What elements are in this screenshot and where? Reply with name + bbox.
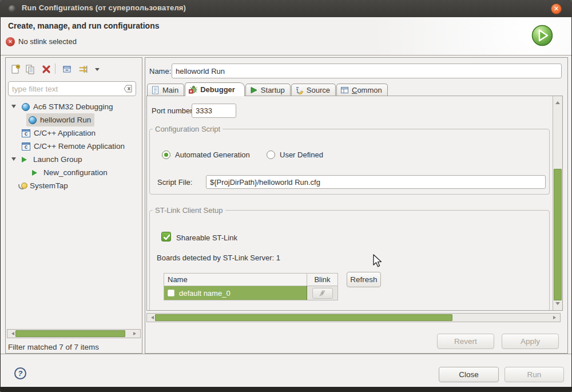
help-icon[interactable]: ? — [14, 367, 26, 379]
content-vertical-scrollbar[interactable] — [553, 96, 562, 310]
refresh-button[interactable]: Refresh — [347, 272, 381, 287]
tree-item-cpp-remote-application[interactable]: C/C++ Remote Application — [6, 140, 142, 153]
shareable-stlink-label[interactable]: Shareable ST-Link — [176, 233, 237, 242]
source-tab-icon — [295, 86, 304, 94]
c-application-icon — [22, 129, 30, 137]
error-message: No stlink selected — [18, 37, 77, 46]
error-icon — [6, 37, 15, 46]
stlink-client-setup-group: ST-Link Client Setup Shareable ST-Link B… — [149, 206, 550, 311]
tab-label: Common — [352, 86, 382, 94]
delete-configuration-icon[interactable] — [41, 64, 51, 74]
boards-detected-label: Boards detected by ST-Link Server: 1 — [157, 254, 280, 262]
close-button[interactable]: Close — [439, 367, 499, 382]
automated-generation-radio[interactable] — [162, 151, 170, 159]
expander-icon[interactable] — [11, 105, 16, 110]
run-button[interactable]: Run — [505, 367, 564, 382]
tab-label: Debugger — [200, 85, 235, 94]
dialog-body: Create, manage, and run configurations N… — [1, 17, 571, 387]
tab-common[interactable]: Common — [336, 84, 388, 96]
tab-startup[interactable]: Startup — [245, 84, 291, 96]
expander-icon[interactable] — [11, 157, 16, 163]
run-configuration-icon — [531, 25, 553, 46]
sidebar-horizontal-scrollbar[interactable] — [7, 329, 141, 338]
blink-button[interactable] — [312, 288, 333, 299]
mouse-cursor — [372, 254, 384, 268]
tab-label: Startup — [261, 86, 285, 94]
main-tab-icon — [151, 86, 160, 94]
tab-main[interactable]: Main — [147, 84, 184, 96]
tab-bar: Main Debugger Startup — [147, 82, 388, 96]
filter-launch-configurations-icon[interactable] — [78, 64, 88, 74]
tree-item-launch-group[interactable]: Launch Group — [6, 153, 142, 166]
sidebar-toolbar — [6, 58, 142, 80]
configuration-script-legend: Configuration Script — [153, 125, 223, 133]
tree-item-label: New_configuration — [43, 168, 108, 177]
user-defined-radio[interactable] — [267, 151, 275, 159]
window-close-button[interactable]: ✕ — [551, 3, 562, 14]
startup-tab-icon — [249, 86, 258, 94]
tab-source[interactable]: Source — [291, 84, 336, 96]
filter-input[interactable] — [12, 82, 121, 95]
error-message-row: No stlink selected — [6, 36, 77, 46]
scroll-up-icon[interactable] — [555, 99, 560, 104]
column-header-name[interactable]: Name — [164, 274, 307, 286]
scroll-right-icon[interactable] — [553, 316, 558, 319]
scroll-left-icon[interactable] — [149, 316, 154, 319]
tree-item-label: helloworld Run — [40, 116, 91, 124]
tree-item-helloworld-run[interactable]: helloworld Run — [6, 113, 142, 126]
stm32-debugging-icon — [22, 103, 30, 111]
automated-generation-label[interactable]: Automated Generation — [175, 151, 250, 159]
tree-item-label: SystemTap — [30, 181, 68, 190]
new-configuration-icon[interactable] — [10, 64, 21, 74]
collapse-all-icon[interactable] — [62, 64, 72, 74]
apply-button[interactable]: Apply — [502, 334, 559, 349]
stlink-client-setup-legend: ST-Link Client Setup — [153, 206, 225, 215]
user-defined-label[interactable]: User Defined — [280, 151, 323, 159]
filter-field-container — [8, 81, 136, 96]
debugger-tab-icon — [189, 85, 197, 94]
tree-item-ac6-stm32-debugging[interactable]: Ac6 STM32 Debugging — [6, 100, 142, 113]
revert-button[interactable]: Revert — [437, 334, 494, 349]
shareable-stlink-checkbox[interactable] — [161, 232, 171, 241]
tab-debugger[interactable]: Debugger — [185, 82, 245, 96]
tree-item-label: Launch Group — [33, 155, 82, 164]
footer-separator — [1, 354, 571, 354]
scroll-right-icon[interactable] — [133, 332, 138, 335]
column-header-blink[interactable]: Blink — [307, 274, 337, 286]
scroll-down-icon[interactable] — [555, 302, 560, 307]
content-horizontal-scrollbar[interactable] — [146, 313, 561, 322]
launch-configuration-icon — [32, 170, 40, 176]
tree-item-label: C/C++ Application — [34, 129, 96, 137]
tree-item-cpp-application[interactable]: C/C++ Application — [6, 126, 142, 140]
launch-group-icon — [22, 157, 30, 163]
tree-item-label: Ac6 STM32 Debugging — [33, 102, 113, 111]
configuration-editor-panel: Name: Main — [145, 57, 568, 354]
toolbar-menu-dropdown-icon[interactable] — [95, 68, 100, 73]
duplicate-configuration-icon[interactable] — [25, 64, 35, 74]
tree-item-systemtap[interactable]: SystemTap — [6, 179, 142, 192]
board-row-default-name-0[interactable]: default name_0 — [164, 286, 338, 300]
board-checkbox[interactable] — [168, 290, 174, 296]
boards-table-header: Name Blink — [164, 273, 338, 286]
configurations-tree: Ac6 STM32 Debugging helloworld Run C/C++… — [6, 100, 142, 192]
dialog-title: Create, manage, and run configurations — [8, 21, 160, 30]
script-file-input[interactable] — [206, 175, 546, 189]
script-file-label: Script File: — [157, 178, 192, 187]
name-input[interactable] — [172, 64, 562, 78]
run-configurations-window: Run Configurations (от суперпользователя… — [0, 0, 572, 392]
titlebar[interactable]: Run Configurations (от суперпользователя… — [0, 0, 572, 17]
scrollbar-thumb[interactable] — [15, 330, 125, 337]
scroll-left-icon[interactable] — [10, 332, 14, 335]
scrollbar-thumb[interactable] — [155, 314, 452, 321]
clear-filter-icon[interactable] — [124, 85, 133, 93]
port-number-label: Port number: — [152, 106, 194, 115]
tree-item-new-configuration[interactable]: New_configuration — [6, 166, 142, 179]
scrollbar-thumb[interactable] — [554, 169, 562, 300]
configurations-sidebar: Ac6 STM32 Debugging helloworld Run C/C++… — [5, 57, 142, 354]
filter-status-text: Filter matched 7 of 7 items — [8, 343, 99, 351]
port-number-input[interactable] — [192, 104, 236, 118]
configuration-script-group: Configuration Script Automated Generatio… — [149, 125, 550, 195]
tab-label: Source — [307, 86, 330, 94]
systemtap-icon — [18, 182, 26, 190]
window-app-icon — [9, 5, 15, 12]
